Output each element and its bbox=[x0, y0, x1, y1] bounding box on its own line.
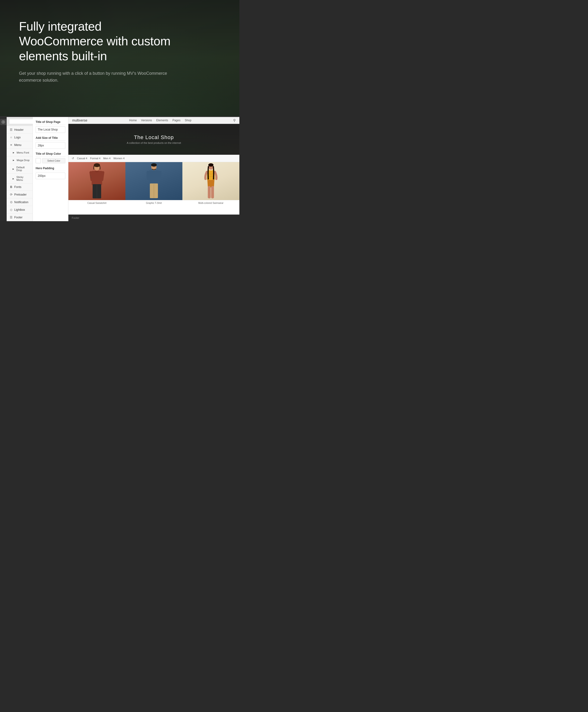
sidebar-item-menu[interactable]: ≡ Menu bbox=[7, 141, 33, 149]
sidebar-header: New Layout bbox=[7, 117, 33, 126]
product-card-1[interactable]: Casual Sweatshirt bbox=[68, 162, 125, 215]
preview-logo: multiverse bbox=[72, 118, 87, 122]
product-card-2[interactable]: Graphic T-Shirt bbox=[125, 162, 182, 215]
header-icon: ☰ bbox=[9, 128, 13, 131]
shop-hero-subtitle: A collection of the best products on the… bbox=[127, 142, 181, 144]
color-swatch[interactable] bbox=[36, 158, 41, 163]
product-label-2: Graphic T-Shirt bbox=[125, 200, 182, 205]
sidebar-item-logo[interactable]: ○ Logo bbox=[7, 134, 33, 141]
add-size-input[interactable] bbox=[36, 142, 65, 149]
shop-hero-title: The Local Shop bbox=[134, 134, 174, 141]
product-image-1 bbox=[68, 162, 125, 200]
select-color-button[interactable]: Select Color bbox=[42, 158, 65, 163]
sidebar-item-header[interactable]: ☰ Header bbox=[7, 126, 33, 134]
add-size-label: Add Size of Title bbox=[36, 136, 65, 141]
fonts-icon: B bbox=[9, 185, 13, 189]
product-label-1: Casual Sweatshirt bbox=[68, 200, 125, 205]
sidebar-panel: New Layout ☰ Header ○ Logo ≡ Menu ▸ Menu… bbox=[7, 117, 33, 221]
svg-rect-10 bbox=[149, 170, 159, 184]
filter-bar: ↺ Casual 4 Formal 4 Men 4 Women 4 bbox=[68, 155, 239, 162]
product-label-3: Multi-colored Swimwear bbox=[182, 200, 239, 205]
preloader-icon: ⟳ bbox=[9, 193, 13, 196]
menu-icon: ≡ bbox=[9, 143, 13, 147]
sidebar-item-fonts[interactable]: B Fonts bbox=[7, 184, 33, 191]
preview-nav-elements[interactable]: Elements bbox=[156, 118, 168, 122]
product-grid: Casual Sweatshirt bbox=[68, 162, 239, 215]
preview-nav-shop[interactable]: Shop bbox=[185, 118, 191, 122]
svg-rect-19 bbox=[208, 186, 211, 198]
svg-rect-12 bbox=[159, 171, 162, 180]
preview-nav-pages[interactable]: Pages bbox=[172, 118, 181, 122]
hero-padding-input[interactable] bbox=[36, 173, 65, 179]
hero-section: Fully integrated WooCommerce with custom… bbox=[0, 0, 239, 116]
svg-point-8 bbox=[94, 163, 100, 167]
sidebar-item-default-drop[interactable]: ▸ Default Drop bbox=[7, 164, 33, 174]
product-image-2 bbox=[125, 162, 182, 200]
filter-tag-women[interactable]: Women 4 bbox=[113, 157, 124, 160]
filter-tag-casual[interactable]: Casual 4 bbox=[77, 157, 87, 160]
title-of-shop-label: Title of Shop Page bbox=[36, 120, 65, 125]
svg-rect-11 bbox=[147, 171, 149, 180]
product-card-3[interactable]: Multi-colored Swimwear bbox=[182, 162, 239, 215]
footer-strip: Footer bbox=[68, 215, 239, 221]
preview-nav: Home Versions Elements Pages Shop bbox=[129, 118, 191, 122]
preview-nav-home[interactable]: Home bbox=[129, 118, 137, 122]
svg-rect-3 bbox=[92, 171, 102, 185]
svg-point-21 bbox=[208, 163, 213, 167]
preview-browser-bar: multiverse Home Versions Elements Pages … bbox=[68, 117, 239, 124]
sidebar-item-preloader[interactable]: ⟳ Preloader bbox=[7, 191, 33, 198]
footer-label: Footer bbox=[72, 216, 79, 219]
svg-point-15 bbox=[151, 163, 157, 167]
hero-subtitle: Get your shop running with a click of a … bbox=[19, 70, 185, 84]
title-color-label: Title of Shop Color bbox=[36, 152, 65, 157]
color-picker-row: Select Color bbox=[36, 158, 65, 163]
svg-point-1 bbox=[3, 122, 4, 123]
icon-sidebar bbox=[0, 117, 7, 221]
footer-icon: ☰ bbox=[9, 216, 13, 219]
filter-tag-formal[interactable]: Formal 4 bbox=[90, 157, 100, 160]
search-icon[interactable]: ⚲ bbox=[233, 118, 236, 122]
product-image-3 bbox=[182, 162, 239, 200]
lightbox-icon: ◇ bbox=[9, 208, 13, 212]
svg-rect-20 bbox=[211, 186, 214, 198]
filter-refresh-icon[interactable]: ↺ bbox=[72, 157, 74, 160]
filter-tag-men[interactable]: Men 4 bbox=[103, 157, 111, 160]
app-builder: New Layout ☰ Header ○ Logo ≡ Menu ▸ Menu… bbox=[0, 116, 239, 221]
logo-icon: ○ bbox=[9, 135, 13, 139]
chevron-right-icon-3: ▸ bbox=[12, 167, 15, 171]
sidebar-item-menu-font[interactable]: ▸ Menu Font bbox=[7, 149, 33, 156]
preview-nav-versions[interactable]: Versions bbox=[141, 118, 152, 122]
sidebar-item-sticky-menu[interactable]: ▸ Sticky Menu bbox=[7, 174, 33, 184]
settings-panel: Title of Shop Page Add Size of Title Tit… bbox=[33, 117, 68, 221]
hero-content: Fully integrated WooCommerce with custom… bbox=[19, 14, 185, 84]
chevron-right-icon-4: ▸ bbox=[12, 177, 15, 180]
hero-title: Fully integrated WooCommerce with custom… bbox=[19, 19, 185, 63]
sidebar-item-lightbox[interactable]: ◇ Lightbox bbox=[7, 206, 33, 214]
sidebar-item-footer[interactable]: ☰ Footer bbox=[7, 214, 33, 221]
shop-hero-banner: The Local Shop A collection of the best … bbox=[68, 124, 239, 155]
notification-icon: ⊙ bbox=[9, 200, 13, 204]
sidebar-item-mega-drop[interactable]: ▸ Mega Drop bbox=[7, 156, 33, 164]
hero-padding-label: Hero Padding bbox=[36, 167, 65, 171]
chevron-right-icon: ▸ bbox=[12, 151, 15, 154]
chevron-right-icon-2: ▸ bbox=[12, 158, 15, 162]
title-of-shop-input[interactable] bbox=[36, 126, 65, 133]
preview-area: multiverse Home Versions Elements Pages … bbox=[68, 117, 239, 221]
sidebar-item-notification[interactable]: ⊙ Notification bbox=[7, 198, 33, 206]
icon-sidebar-item-main[interactable] bbox=[0, 119, 6, 125]
